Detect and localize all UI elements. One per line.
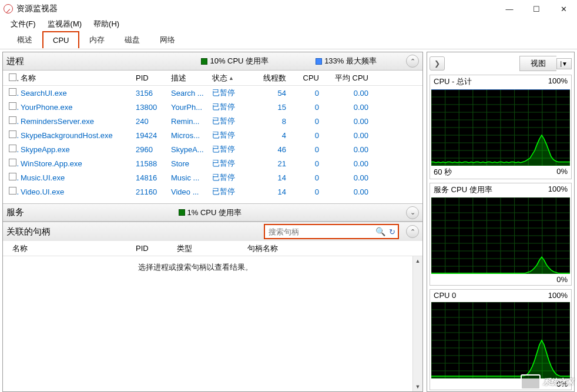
cell-pid: 21160 <box>133 187 169 196</box>
tab-memory[interactable]: 内存 <box>79 31 115 49</box>
minimize-button[interactable]: — <box>496 0 523 18</box>
cell-status: 已暂停 <box>210 144 251 155</box>
table-row[interactable]: RemindersServer.exe 240 Remin... 已暂停 8 0… <box>3 114 422 128</box>
house-icon <box>521 374 541 390</box>
close-button[interactable]: ✕ <box>550 0 577 18</box>
table-row[interactable]: Music.UI.exe 14816 Music ... 已暂停 14 0 0.… <box>3 170 422 185</box>
cell-pid: 13800 <box>133 103 169 112</box>
cell-status: 已暂停 <box>210 130 251 140</box>
row-checkbox[interactable] <box>9 159 16 166</box>
tab-network[interactable]: 网络 <box>150 31 185 49</box>
window-title: 资源监视器 <box>16 4 496 14</box>
graph-title: CPU 0 <box>434 291 456 300</box>
col-status[interactable]: 状态▲ <box>210 73 251 83</box>
table-row[interactable]: SkypeApp.exe 2960 SkypeA... 已暂停 46 0 0.0… <box>3 142 422 156</box>
table-row[interactable]: SearchUI.exe 3156 Search ... 已暂停 54 0 0.… <box>3 86 422 100</box>
collapse-handles-button[interactable]: ⌃ <box>406 225 419 238</box>
row-checkbox[interactable] <box>9 145 16 152</box>
table-row[interactable]: WinStore.App.exe 11588 Store 已暂停 21 0 0.… <box>3 156 422 170</box>
scroll-down-icon[interactable]: ▼ <box>415 382 421 391</box>
cell-pid: 240 <box>133 117 169 126</box>
max-freq-chip: 133% 最大频率 <box>316 56 377 66</box>
expand-services-button[interactable]: ⌄ <box>406 206 419 219</box>
cell-status: 已暂停 <box>210 186 251 197</box>
cell-threads: 14 <box>251 173 288 182</box>
col-desc[interactable]: 描述 <box>169 73 210 83</box>
view-dropdown-button[interactable]: |▼ <box>556 58 572 69</box>
collapse-processes-button[interactable]: ⌃ <box>406 55 419 68</box>
tab-overview[interactable]: 概述 <box>7 31 42 49</box>
menu-bar: 文件(F) 监视器(M) 帮助(H) <box>0 18 577 31</box>
cell-pid: 14816 <box>133 173 169 182</box>
cell-cpu: 0 <box>288 117 321 126</box>
title-bar: 资源监视器 — ☐ ✕ <box>0 0 577 18</box>
graph-title: 服务 CPU 使用率 <box>434 185 492 195</box>
col-avg[interactable]: 平均 CPU <box>321 73 371 83</box>
col-cpu[interactable]: CPU <box>288 73 321 82</box>
refresh-icon[interactable]: ↻ <box>389 227 395 236</box>
cell-avg: 0.00 <box>321 145 371 154</box>
cell-threads: 8 <box>251 117 288 126</box>
row-checkbox[interactable] <box>9 116 16 124</box>
cell-cpu: 0 <box>288 173 321 182</box>
cell-desc: Music ... <box>169 173 210 182</box>
table-row[interactable]: YourPhone.exe 13800 YourPh... 已暂停 15 0 0… <box>3 100 422 114</box>
cell-cpu: 0 <box>288 145 321 154</box>
search-icon[interactable]: 🔍 <box>375 227 385 236</box>
hcol-hname[interactable]: 句柄名称 <box>244 243 422 254</box>
handles-scrollbar[interactable]: ▲▼ <box>412 256 422 391</box>
handles-empty-message: 选择进程或搜索句柄以查看结果。 <box>138 263 253 272</box>
table-row[interactable]: SkypeBackgroundHost.exe 19424 Micros... … <box>3 128 422 142</box>
scroll-up-icon[interactable]: ▲ <box>415 256 421 266</box>
cell-avg: 0.00 <box>321 89 371 98</box>
cell-desc: Remin... <box>169 117 210 126</box>
cell-cpu: 0 <box>288 131 321 140</box>
menu-help[interactable]: 帮助(H) <box>90 19 123 29</box>
tab-disk[interactable]: 磁盘 <box>115 31 150 49</box>
cell-desc: Store <box>169 159 210 168</box>
row-checkbox[interactable] <box>9 187 16 195</box>
square-blue-icon <box>316 58 322 65</box>
cell-name: YourPhone.exe <box>18 103 133 112</box>
view-button[interactable]: 视图 <box>519 56 556 71</box>
graph-min: 0% <box>556 167 568 177</box>
process-rows[interactable]: SearchUI.exe 3156 Search ... 已暂停 54 0 0.… <box>3 86 422 203</box>
graph-box: 服务 CPU 使用率100% 0% <box>430 183 572 286</box>
services-header[interactable]: 服务 1% CPU 使用率 ⌄ <box>3 203 422 222</box>
row-checkbox[interactable] <box>9 173 16 180</box>
cell-pid: 2960 <box>133 145 169 154</box>
cell-cpu: 0 <box>288 159 321 168</box>
process-column-headers: 名称 PID 描述 状态▲ 线程数 CPU 平均 CPU <box>3 71 422 86</box>
menu-file[interactable]: 文件(F) <box>7 19 39 29</box>
table-row[interactable]: Video.UI.exe 21160 Video ... 已暂停 14 0 0.… <box>3 185 422 199</box>
cell-avg: 0.00 <box>321 187 371 196</box>
cell-status: 已暂停 <box>210 88 251 98</box>
processes-title: 进程 <box>6 56 53 67</box>
col-pid[interactable]: PID <box>133 73 169 82</box>
tab-bar: 概述 CPU 内存 磁盘 网络 <box>0 31 577 49</box>
handles-title: 关联的句柄 <box>6 226 112 237</box>
row-checkbox[interactable] <box>9 102 16 110</box>
prev-graph-button[interactable]: ❯ <box>430 56 445 71</box>
select-all-checkbox[interactable] <box>9 73 16 81</box>
col-name[interactable]: 名称 <box>18 73 133 83</box>
services-cpu-chip: 1% CPU 使用率 <box>179 207 241 218</box>
tab-cpu[interactable]: CPU <box>42 31 79 48</box>
col-threads[interactable]: 线程数 <box>251 73 288 83</box>
cell-threads: 21 <box>251 159 288 168</box>
hcol-type[interactable]: 类型 <box>173 243 244 254</box>
row-checkbox[interactable] <box>9 88 16 96</box>
graph-xlabel: 60 秒 <box>434 167 452 177</box>
row-checkbox[interactable] <box>9 130 16 138</box>
cell-avg: 0.00 <box>321 173 371 182</box>
hcol-pid[interactable]: PID <box>132 244 173 253</box>
hcol-name[interactable]: 名称 <box>9 243 132 254</box>
processes-header[interactable]: 进程 10% CPU 使用率 133% 最大频率 ⌃ <box>3 52 422 71</box>
search-handles-input[interactable] <box>269 227 372 236</box>
menu-monitor[interactable]: 监视器(M) <box>44 19 86 29</box>
cell-avg: 0.00 <box>321 131 371 140</box>
cell-status: 已暂停 <box>210 102 251 112</box>
cell-name: WinStore.App.exe <box>18 159 133 168</box>
cell-threads: 15 <box>251 103 288 112</box>
maximize-button[interactable]: ☐ <box>523 0 550 18</box>
